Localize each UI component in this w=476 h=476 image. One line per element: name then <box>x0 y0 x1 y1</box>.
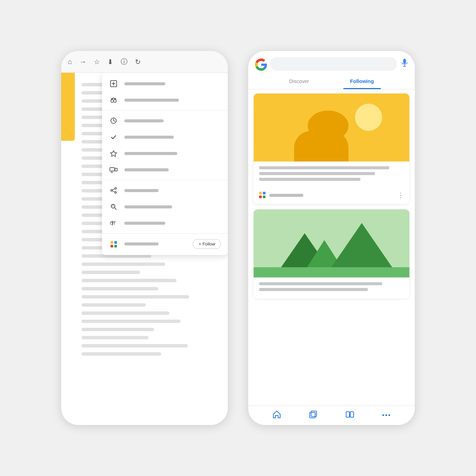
forward-icon[interactable]: → <box>80 58 86 66</box>
nav-more-icon[interactable] <box>382 410 391 421</box>
card-body <box>254 277 409 299</box>
page-content: G T <box>61 73 228 425</box>
svg-rect-30 <box>311 411 317 417</box>
source-label <box>269 194 303 197</box>
context-menu: G T <box>102 73 228 255</box>
menu-divider <box>102 233 228 234</box>
google-logo <box>255 58 266 69</box>
card-footer: ⋮ <box>254 188 409 204</box>
download-icon[interactable]: ⬇ <box>107 58 113 66</box>
menu-item-share[interactable] <box>102 182 228 199</box>
nav-home-icon[interactable] <box>272 410 281 421</box>
menu-label <box>124 152 177 155</box>
info-icon[interactable]: ⓘ <box>121 57 128 66</box>
page-line <box>82 352 161 356</box>
menu-label <box>124 205 172 208</box>
menu-item-find[interactable] <box>102 199 228 215</box>
svg-rect-29 <box>310 412 315 418</box>
nav-tabs-icon[interactable] <box>309 410 318 421</box>
menu-divider <box>102 180 228 180</box>
weather-image <box>254 94 409 162</box>
page-line <box>82 320 181 323</box>
svg-point-5 <box>112 98 113 99</box>
card-text-line <box>259 166 389 169</box>
menu-item-translate[interactable]: G T <box>102 215 228 231</box>
card-weather: ⋮ <box>254 94 409 204</box>
svg-point-15 <box>115 192 117 193</box>
card-text-line <box>259 172 375 175</box>
menu-label <box>124 136 174 139</box>
menu-item-follow[interactable]: + Follow <box>102 236 228 252</box>
nav-grid-icon[interactable] <box>345 410 354 421</box>
page-line <box>82 303 146 307</box>
svg-text:T: T <box>113 220 116 226</box>
downloads-check-icon <box>109 132 118 142</box>
svg-point-33 <box>382 414 384 416</box>
page-line <box>82 271 140 274</box>
svg-rect-31 <box>346 412 350 417</box>
follow-button[interactable]: + Follow <box>193 239 221 249</box>
svg-point-35 <box>389 414 390 416</box>
svg-marker-8 <box>111 151 117 156</box>
svg-rect-32 <box>350 412 354 417</box>
svg-line-19 <box>115 208 117 210</box>
cloud-shape <box>287 117 376 162</box>
search-bar <box>248 51 415 74</box>
browser-toolbar: ⌂ → ☆ ⬇ ⓘ ↻ <box>61 51 228 73</box>
translate-icon: G T <box>109 218 118 228</box>
menu-item-history[interactable] <box>102 113 228 129</box>
svg-rect-9 <box>110 168 115 171</box>
plus-square-icon <box>109 79 118 88</box>
nature-image <box>254 209 409 277</box>
star-icon <box>109 149 118 158</box>
card-text-line <box>259 288 368 291</box>
ground-strip <box>254 267 409 277</box>
left-phone: ⌂ → ☆ ⬇ ⓘ ↻ <box>61 51 228 425</box>
menu-item-new-tab[interactable] <box>102 75 228 92</box>
page-line <box>82 279 176 282</box>
svg-point-34 <box>386 414 387 416</box>
svg-rect-10 <box>115 168 117 171</box>
svg-rect-20 <box>111 205 115 205</box>
yellow-tab <box>61 73 75 141</box>
svg-line-17 <box>112 191 115 192</box>
menu-label <box>124 168 169 171</box>
history-icon <box>109 116 118 125</box>
feed: ⋮ <box>248 89 415 406</box>
source-dots <box>259 192 266 199</box>
reload-icon[interactable]: ↻ <box>135 58 141 66</box>
search-input[interactable] <box>270 57 397 71</box>
menu-item-bookmarks[interactable] <box>102 145 228 162</box>
card-text-line <box>259 178 360 181</box>
menu-item-incognito[interactable] <box>102 92 228 108</box>
more-options-icon[interactable]: ⋮ <box>397 191 404 199</box>
page-line <box>82 262 165 266</box>
page-line <box>82 295 189 299</box>
devices-icon <box>109 165 118 174</box>
menu-label <box>124 99 179 102</box>
svg-point-3 <box>111 100 114 102</box>
svg-rect-26 <box>403 59 406 64</box>
menu-item-downloads[interactable] <box>102 129 228 145</box>
menu-label <box>124 222 165 225</box>
menu-label <box>124 119 164 122</box>
svg-point-14 <box>111 190 113 191</box>
tab-following[interactable]: Following <box>343 74 381 89</box>
svg-point-13 <box>115 188 117 189</box>
bookmark-icon[interactable]: ☆ <box>94 58 100 66</box>
menu-label <box>124 189 158 192</box>
page-line <box>82 336 149 339</box>
page-line <box>82 311 169 315</box>
menu-divider <box>102 110 228 111</box>
tab-discover[interactable]: Discover <box>282 74 316 89</box>
page-line <box>82 287 158 290</box>
home-icon[interactable]: ⌂ <box>68 58 72 66</box>
menu-item-devices[interactable] <box>102 162 228 178</box>
incognito-icon <box>109 95 118 105</box>
svg-rect-21 <box>111 206 114 207</box>
right-phone: Discover Following <box>248 51 415 425</box>
tab-bar: Discover Following <box>248 74 415 89</box>
share-icon <box>109 186 118 195</box>
svg-point-6 <box>114 98 116 99</box>
mic-icon[interactable] <box>401 58 408 69</box>
